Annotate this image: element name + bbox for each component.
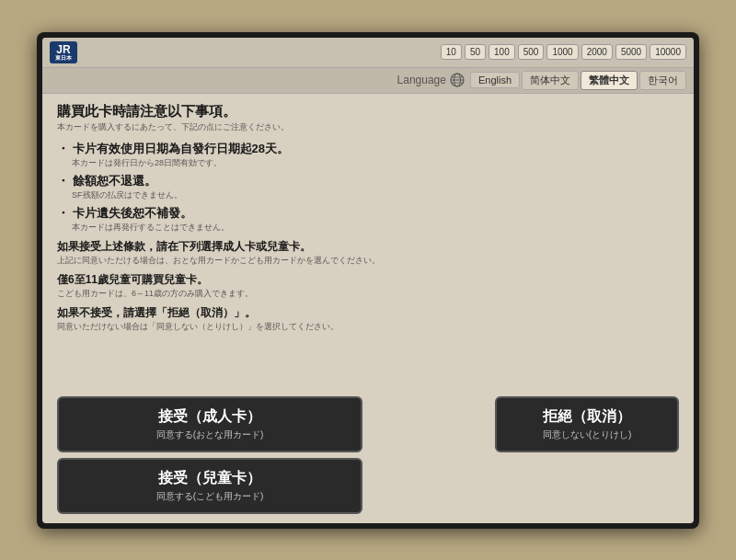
globe-icon (450, 73, 465, 87)
accept-adult-sublabel: 同意する(おとな用カード) (74, 429, 346, 441)
denom-btn-1000[interactable]: 1000 (546, 44, 578, 60)
language-bar: Language English 简体中文 繁體中文 한국어 (42, 68, 694, 94)
denomination-buttons: 10 50 100 500 1000 2000 5000 10000 (88, 44, 686, 60)
machine-frame: JR 東日本 10 50 100 500 1000 2000 5000 1000… (37, 32, 699, 529)
main-content: 購買此卡時請注意以下事項。 本カードを購入するにあたって、下記の点にご注意くださ… (42, 94, 694, 389)
screen: JR 東日本 10 50 100 500 1000 2000 5000 1000… (42, 38, 694, 523)
jr-logo-sub: 東日本 (55, 55, 72, 61)
bullet-main-2: ・ 餘額恕不退還。 (57, 173, 679, 189)
section-subtitle: 本カードを購入するにあたって、下記の点にご注意ください。 (57, 121, 679, 133)
info-sub-3: 同意いただけない場合は「同意しない（とりけし）」を選択してください。 (57, 321, 679, 333)
info-sub-1: 上記に同意いただける場合は、おとな用カードかこども用カードかを選んでください。 (57, 255, 679, 267)
jr-logo: JR 東日本 (50, 41, 77, 63)
info-text-2: 僅6至11歲兒童可購買兒童卡。 (57, 272, 679, 288)
denom-btn-10000[interactable]: 10000 (650, 44, 686, 60)
denom-btn-5000[interactable]: 5000 (615, 44, 647, 60)
jr-logo-text: JR (56, 44, 70, 55)
accept-child-label: 接受（兒童卡） (74, 469, 346, 488)
accept-adult-label: 接受（成人卡） (74, 407, 346, 427)
info-sub-2: こども用カードは、6～11歳の方のみ購入できます。 (57, 288, 679, 300)
accept-adult-button[interactable]: 接受（成人卡） 同意する(おとな用カード) (57, 396, 362, 452)
bullet-main-1: ・ 卡片有效使用日期為自發行日期起28天。 (57, 141, 679, 157)
denom-btn-500[interactable]: 500 (518, 44, 545, 60)
info-block-1: 如果接受上述條款，請在下列選擇成人卡或兒童卡。 上記に同意いただける場合は、おと… (57, 239, 679, 267)
lang-btn-simplified[interactable]: 简体中文 (522, 71, 579, 90)
top-bar: JR 東日本 10 50 100 500 1000 2000 5000 1000… (42, 38, 694, 68)
lang-btn-korean[interactable]: 한국어 (639, 71, 686, 90)
bullet-sub-1: 本カードは発行日から28日間有効です。 (72, 157, 679, 169)
denom-btn-2000[interactable]: 2000 (581, 44, 613, 60)
bullet-item-2: ・ 餘額恕不退還。 SF残額の払戻はできません。 (57, 173, 679, 201)
denom-btn-50[interactable]: 50 (465, 44, 486, 60)
reject-sublabel: 同意しない(とりけし) (519, 429, 655, 441)
language-label: Language (397, 73, 465, 87)
reject-label: 拒絕（取消） (519, 407, 655, 427)
lang-btn-english[interactable]: English (470, 72, 520, 88)
info-text-1: 如果接受上述條款，請在下列選擇成人卡或兒童卡。 (57, 239, 679, 255)
accept-child-sublabel: 同意する(こども用カード) (74, 490, 346, 503)
info-block-3: 如果不接受，請選擇「拒絕（取消）」。 同意いただけない場合は「同意しない（とりけ… (57, 305, 679, 333)
reject-button[interactable]: 拒絕（取消） 同意しない(とりけし) (495, 396, 679, 452)
bullet-item-1: ・ 卡片有效使用日期為自發行日期起28天。 本カードは発行日から28日間有効です… (57, 141, 679, 169)
info-text-3: 如果不接受，請選擇「拒絕（取消）」。 (57, 305, 679, 321)
denom-btn-10[interactable]: 10 (441, 44, 462, 60)
buttons-area: 接受（成人卡） 同意する(おとな用カード) 接受（兒童卡） 同意する(こども用カ… (42, 389, 694, 523)
right-buttons: 拒絕（取消） 同意しない(とりけし) (374, 396, 679, 452)
accept-child-button[interactable]: 接受（兒童卡） 同意する(こども用カード) (57, 458, 362, 514)
lang-btn-traditional[interactable]: 繁體中文 (581, 71, 638, 90)
bullet-sub-2: SF残額の払戻はできません。 (72, 189, 679, 201)
left-buttons: 接受（成人卡） 同意する(おとな用カード) 接受（兒童卡） 同意する(こども用カ… (57, 396, 362, 514)
bullet-main-3: ・ 卡片遺失後恕不補發。 (57, 205, 679, 222)
denom-btn-100[interactable]: 100 (489, 44, 515, 60)
bullet-sub-3: 本カードは再発行することはできません。 (72, 222, 679, 234)
info-block-2: 僅6至11歲兒童可購買兒童卡。 こども用カードは、6～11歳の方のみ購入できます… (57, 272, 679, 300)
section-title: 購買此卡時請注意以下事項。 (57, 103, 679, 120)
bullet-item-3: ・ 卡片遺失後恕不補發。 本カードは再発行することはできません。 (57, 205, 679, 234)
